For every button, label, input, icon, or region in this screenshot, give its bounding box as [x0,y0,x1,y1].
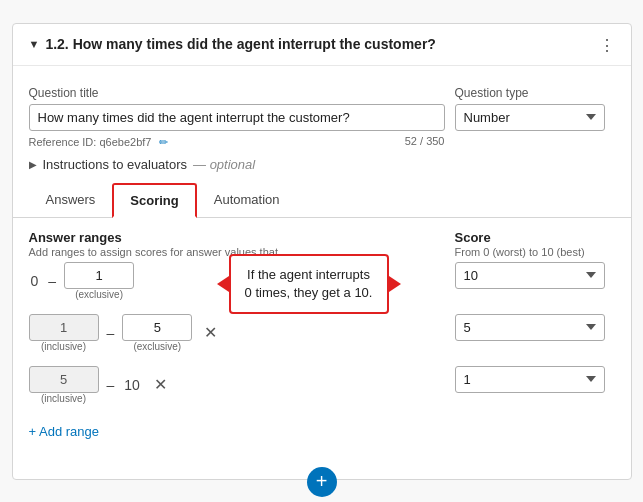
range-from-sublabel-3: (inclusive) [41,393,86,404]
score-col-2: 10987 6543 210 [455,314,615,341]
range-from-col-3: (inclusive) [29,366,99,404]
card-title: 1.2. How many times did the agent interr… [45,36,436,52]
question-title-field: Question title Reference ID: q6ebe2bf7 ✏… [29,86,445,149]
range-to-input-1[interactable] [64,262,134,289]
ref-row: Reference ID: q6ebe2bf7 ✏ 52 / 350 [29,134,445,149]
bottom-add-button[interactable]: + [307,467,337,497]
score-select-3[interactable]: 10987 6543 210 [455,366,605,393]
tab-scoring[interactable]: Scoring [112,183,196,218]
instructions-label: Instructions to evaluators [43,157,188,172]
range-from-static-1: 0 [29,273,41,289]
score-col-header: Score From 0 (worst) to 10 (best) [455,230,615,258]
card-header: ▼ 1.2. How many times did the agent inte… [13,24,631,66]
question-title-type-row: Question title Reference ID: q6ebe2bf7 ✏… [29,86,615,149]
range-from-sublabel-2: (inclusive) [41,341,86,352]
range-col-header: Answer ranges Add ranges to assign score… [29,230,445,258]
question-type-select[interactable]: Number Text Yes/No Scale [455,104,605,131]
tab-automation[interactable]: Automation [197,183,297,218]
range-to-col-1: (exclusive) [64,262,134,300]
range-col-label: Answer ranges [29,230,445,245]
score-select-1[interactable]: 10987 6543 210 [455,262,605,289]
range-from-input-3 [29,366,99,393]
question-title-input[interactable] [29,104,445,131]
question-type-field: Question type Number Text Yes/No Scale [455,86,615,131]
range-row-3: (inclusive) – 10 ✕ [29,366,445,404]
question-type-label: Question type [455,86,615,100]
instructions-optional: — optional [193,157,255,172]
question-card: ▼ 1.2. How many times did the agent inte… [12,23,632,480]
scoring-section: Answer ranges Add ranges to assign score… [13,218,631,445]
more-options-icon[interactable]: ⋮ [599,36,615,55]
range-block-1: 0 – (exclusive) [29,262,445,306]
range-block-2: (inclusive) – (exclusive) ✕ [29,314,445,358]
range-row-1: 0 – (exclusive) [29,262,445,300]
question-title-label: Question title [29,86,445,100]
scoring-header: Answer ranges Add ranges to assign score… [29,230,615,258]
range-to-input-2[interactable] [122,314,192,341]
score-col-1: 10987 6543 210 [455,262,615,289]
edit-ref-icon[interactable]: ✏ [159,136,168,148]
tab-answers[interactable]: Answers [29,183,113,218]
range-score-row-3: (inclusive) – 10 ✕ 10987 6543 210 [29,366,615,410]
ref-id-text: Reference ID: q6ebe2bf7 ✏ [29,134,169,149]
score-col-label: Score [455,230,615,245]
range-to-sublabel-2: (exclusive) [133,341,181,352]
range-score-row-2: (inclusive) – (exclusive) ✕ 10987 6543 2… [29,314,615,358]
range-to-sublabel-1: (exclusive) [75,289,123,300]
char-count: 52 / 350 [405,135,445,147]
add-range-row: + Add range [29,418,615,445]
question-title-section: Question title Reference ID: q6ebe2bf7 ✏… [13,76,631,149]
range-row-wrapper-1: 0 – (exclusive) 10987 6543 210 [29,262,615,306]
ref-label: Reference ID: q6ebe2bf7 [29,136,152,148]
add-range-button[interactable]: + Add range [29,418,99,445]
range-block-3: (inclusive) – 10 ✕ [29,366,445,410]
range-row-2: (inclusive) – (exclusive) ✕ [29,314,445,352]
tabs-row: Answers Scoring Automation [13,182,631,218]
card-title-row: ▼ 1.2. How many times did the agent inte… [29,36,436,52]
collapse-icon[interactable]: ▼ [29,38,40,50]
range-dash-3: – [105,377,117,393]
range-to-static-3: 10 [122,377,142,393]
range-col-sublabel: Add ranges to assign scores for answer v… [29,246,445,258]
range-score-row-1: 0 – (exclusive) 10987 6543 210 [29,262,615,306]
instructions-row[interactable]: ▶ Instructions to evaluators — optional [13,149,631,178]
range-from-col-2: (inclusive) [29,314,99,352]
score-col-sublabel: From 0 (worst) to 10 (best) [455,246,615,258]
delete-range-3[interactable]: ✕ [148,373,173,396]
instructions-chevron-icon: ▶ [29,159,37,170]
range-from-input-2 [29,314,99,341]
range-dash-2: – [105,325,117,341]
score-col-3: 10987 6543 210 [455,366,615,393]
range-dash-1: – [46,273,58,289]
delete-range-2[interactable]: ✕ [198,321,223,344]
score-select-2[interactable]: 10987 6543 210 [455,314,605,341]
range-to-col-2: (exclusive) [122,314,192,352]
